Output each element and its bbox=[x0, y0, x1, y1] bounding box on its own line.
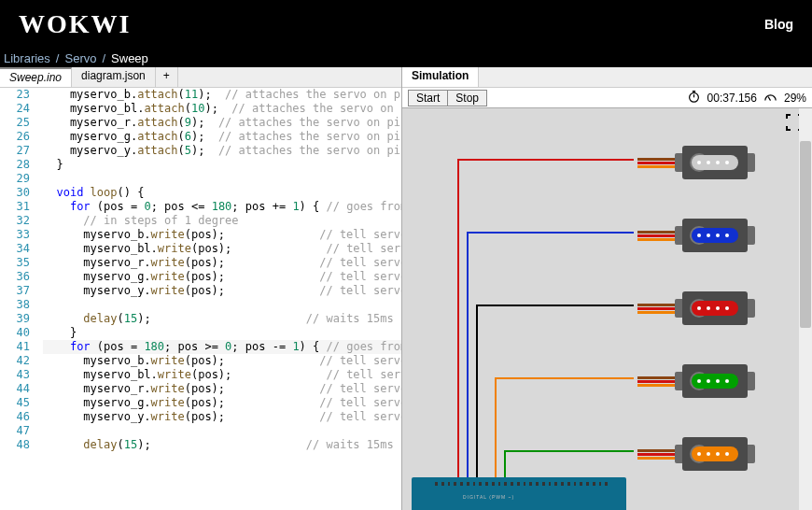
line-number: 26 bbox=[0, 130, 30, 144]
tab-sweep-ino[interactable]: Sweep.ino bbox=[0, 67, 72, 87]
code-line[interactable]: } bbox=[43, 326, 401, 340]
breadcrumb: Libraries / Servo / Sweep bbox=[0, 49, 812, 67]
code-line[interactable] bbox=[43, 298, 401, 312]
arduino-pin bbox=[511, 482, 513, 486]
servo-horn bbox=[692, 374, 738, 389]
arduino-pin bbox=[529, 482, 532, 486]
arduino-pin bbox=[554, 482, 557, 486]
servo-white[interactable] bbox=[664, 146, 757, 183]
code-line[interactable]: delay(15); // waits 15ms fo bbox=[43, 312, 401, 326]
sim-canvas[interactable]: DIGITAL (PWM ~) ◎◎ UNO bbox=[402, 108, 812, 510]
arduino-pin bbox=[435, 482, 438, 486]
line-number: 34 bbox=[0, 242, 30, 256]
code-area[interactable]: myservo_b.attach(11); // attaches the se… bbox=[43, 88, 401, 452]
breadcrumb-libraries[interactable]: Libraries bbox=[4, 51, 50, 65]
code-line[interactable]: for (pos = 0; pos <= 180; pos += 1) { //… bbox=[43, 200, 401, 214]
code-line[interactable]: myservo_y.attach(5); // attaches the ser… bbox=[43, 144, 401, 158]
arduino-pin bbox=[492, 482, 495, 486]
servo-blue[interactable] bbox=[664, 219, 757, 256]
sim-controls: Start Stop 00:37.156 29% bbox=[402, 88, 812, 108]
code-line[interactable]: myservo_g.write(pos); // tell servo bbox=[43, 396, 401, 410]
arduino-pin bbox=[561, 482, 564, 486]
logo[interactable]: WOKWI bbox=[19, 9, 131, 39]
line-number: 23 bbox=[0, 88, 30, 102]
code-line[interactable]: } bbox=[43, 158, 401, 172]
code-line[interactable]: myservo_b.attach(11); // attaches the se… bbox=[43, 88, 401, 102]
line-number: 33 bbox=[0, 228, 30, 242]
code-line[interactable]: myservo_g.attach(6); // attaches the ser… bbox=[43, 130, 401, 144]
sim-scrollbar-thumb[interactable] bbox=[800, 141, 811, 328]
line-gutter: 2324252627282930313233343536373839404142… bbox=[0, 88, 37, 452]
breadcrumb-sep: / bbox=[102, 51, 105, 65]
arduino-pin bbox=[467, 482, 469, 486]
code-editor[interactable]: 2324252627282930313233343536373839404142… bbox=[0, 88, 401, 510]
line-number: 37 bbox=[0, 284, 30, 298]
arduino-pin bbox=[599, 482, 602, 486]
servo-horn bbox=[692, 155, 738, 170]
arduino-board[interactable]: DIGITAL (PWM ~) ◎◎ UNO bbox=[412, 477, 626, 510]
arduino-pin bbox=[498, 482, 501, 486]
line-number: 25 bbox=[0, 116, 30, 130]
code-line[interactable]: myservo_bl.write(pos); // tell servo bbox=[43, 242, 401, 256]
sim-time: 00:37.156 bbox=[707, 92, 757, 105]
code-line[interactable]: myservo_r.write(pos); // tell servo bbox=[43, 256, 401, 270]
code-line[interactable]: for (pos = 180; pos >= 0; pos -= 1) { //… bbox=[43, 340, 401, 354]
wire bbox=[468, 233, 634, 487]
line-number: 42 bbox=[0, 354, 30, 368]
code-line[interactable]: myservo_bl.write(pos); // tell servo bbox=[43, 368, 401, 382]
tab-add[interactable]: + bbox=[156, 67, 178, 87]
breadcrumb-sep: / bbox=[56, 51, 60, 65]
line-number: 36 bbox=[0, 270, 30, 284]
line-number: 35 bbox=[0, 256, 30, 270]
stop-button[interactable]: Stop bbox=[447, 90, 487, 106]
line-number: 29 bbox=[0, 172, 30, 186]
arduino-pin bbox=[586, 482, 589, 486]
line-number: 24 bbox=[0, 102, 30, 116]
simulation-pane: Simulation Start Stop 00:37.156 29% bbox=[401, 67, 812, 510]
code-line[interactable]: myservo_g.write(pos); // tell servo bbox=[43, 270, 401, 284]
code-line[interactable]: myservo_r.attach(9); // attaches the ser… bbox=[43, 116, 401, 130]
code-line[interactable]: myservo_r.write(pos); // tell servo bbox=[43, 382, 401, 396]
servo-connector bbox=[637, 375, 675, 389]
arduino-pin bbox=[542, 482, 545, 486]
code-line[interactable]: // in steps of 1 degree bbox=[43, 214, 401, 228]
breadcrumb-servo[interactable]: Servo bbox=[64, 51, 96, 65]
sim-status: 00:37.156 29% bbox=[688, 91, 806, 106]
servo-red[interactable] bbox=[664, 291, 757, 329]
code-line[interactable]: void loop() { bbox=[43, 186, 401, 200]
arduino-pin bbox=[479, 482, 482, 486]
stopwatch-icon bbox=[688, 91, 700, 106]
tab-diagram-json[interactable]: diagram.json bbox=[72, 67, 156, 87]
blog-link[interactable]: Blog bbox=[764, 17, 793, 32]
code-line[interactable]: myservo_b.write(pos); // tell servo bbox=[43, 354, 401, 368]
code-line[interactable]: myservo_bl.attach(10); // attaches the s… bbox=[43, 102, 401, 116]
start-button[interactable]: Start bbox=[408, 90, 447, 106]
header: WOKWI Blog bbox=[0, 0, 812, 49]
editor-pane: Sweep.ino diagram.json + 232425262728293… bbox=[0, 67, 401, 510]
sim-scrollbar[interactable] bbox=[799, 108, 812, 510]
speed-icon bbox=[764, 91, 777, 106]
code-line[interactable]: myservo_b.write(pos); // tell servo bbox=[43, 228, 401, 242]
wire bbox=[496, 378, 634, 487]
line-number: 46 bbox=[0, 410, 30, 424]
code-line[interactable]: delay(15); // waits 15ms fo bbox=[43, 438, 401, 452]
arduino-pin bbox=[473, 482, 476, 486]
code-line[interactable] bbox=[43, 172, 401, 186]
arduino-digital-label: DIGITAL (PWM ~) bbox=[463, 494, 514, 500]
code-line[interactable] bbox=[43, 424, 401, 438]
servo-horn bbox=[692, 446, 738, 461]
arduino-pin bbox=[448, 482, 451, 486]
svg-line-3 bbox=[768, 96, 770, 100]
line-number: 48 bbox=[0, 438, 30, 452]
breadcrumb-current: Sweep bbox=[111, 51, 148, 65]
line-number: 31 bbox=[0, 200, 30, 214]
arduino-pin bbox=[567, 482, 570, 486]
tab-simulation[interactable]: Simulation bbox=[402, 67, 479, 87]
line-number: 32 bbox=[0, 214, 30, 228]
code-line[interactable]: myservo_y.write(pos); // tell servo bbox=[43, 410, 401, 424]
servo-horn bbox=[692, 301, 738, 316]
svg-rect-2 bbox=[692, 91, 694, 92]
servo-orange[interactable] bbox=[664, 437, 757, 475]
servo-green[interactable] bbox=[664, 364, 757, 402]
code-line[interactable]: myservo_y.write(pos); // tell servo bbox=[43, 284, 401, 298]
